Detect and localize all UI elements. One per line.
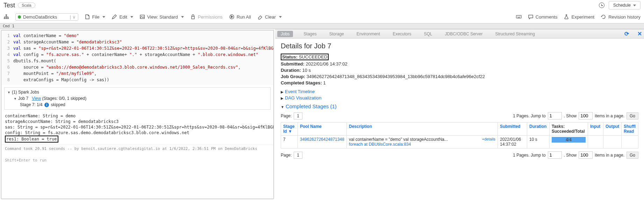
last-run-icon[interactable]	[599, 2, 604, 8]
tab-sql[interactable]: SQL	[422, 30, 434, 38]
show-input-bottom[interactable]	[579, 151, 593, 159]
page-current-bottom[interactable]: 1	[294, 152, 302, 159]
page-current[interactable]: 1	[294, 112, 302, 119]
cell-output: containerName: String = demostorageAccou…	[1, 111, 273, 145]
run-all-button[interactable]: Run All	[229, 14, 251, 20]
th-pool-name[interactable]: Pool Name	[298, 123, 347, 136]
pager-top: Page: 1 1 Pages. Jump to . Show items in…	[281, 112, 638, 119]
th-tasks: Tasks: Succeeded/Total	[550, 123, 588, 136]
cell-desc1: val containerName = "demo" val storageAc…	[349, 137, 448, 142]
table-row: 7 3496262726424871348 val containerName …	[281, 136, 638, 149]
completed-stages-value: 1	[323, 80, 325, 85]
tab-jdbc-odbc-server[interactable]: JDBC/ODBC Server	[443, 30, 485, 38]
cell-submitted: 2022/01/06 14:37:02	[498, 136, 527, 149]
submitted-label: Submitted:	[281, 61, 305, 67]
sparkui-tabs: JobsStagesStorageEnvironmentExecutorsSQL…	[275, 29, 644, 39]
svg-point-2	[6, 18, 7, 19]
status-dot-icon	[18, 15, 21, 19]
duration-value: 10 s	[302, 68, 311, 73]
stage-line: Stage 7: 1/4	[20, 102, 43, 107]
revision-history-button[interactable]: Revision history	[601, 14, 641, 20]
edit-menu[interactable]: Edit	[112, 14, 133, 20]
attached-cluster-name: DemoDataBricks	[23, 14, 57, 20]
go-button-bottom[interactable]: Go	[627, 152, 638, 159]
job-label: Job 7	[18, 96, 28, 101]
stages-info: (Stages: 0/0, 1 skipped)	[42, 96, 86, 101]
skipped-text: skipped	[51, 102, 65, 107]
keyboard-icon[interactable]	[516, 14, 522, 20]
spark-jobs-title: (1) Spark Jobs	[12, 90, 39, 95]
status-label: Status:	[282, 54, 298, 60]
duration-label: Duration:	[281, 68, 301, 73]
jump-input[interactable]	[548, 112, 562, 119]
tab-jobs[interactable]: Jobs	[277, 31, 293, 37]
comments-button[interactable]: Comments	[528, 14, 558, 20]
go-button[interactable]: Go	[627, 112, 638, 119]
cmd-label: Cmd 1	[0, 23, 644, 29]
hierarchy-icon[interactable]	[3, 14, 9, 20]
view-menu[interactable]: View: Standard	[139, 14, 184, 20]
file-menu[interactable]: File	[85, 14, 106, 20]
refresh-icon[interactable]: ⟳	[624, 30, 629, 37]
desc-link[interactable]: foreach at DBUtilsCore.scala:834	[349, 142, 411, 147]
th-description[interactable]: Description	[347, 123, 498, 136]
clear-menu[interactable]: Clear	[257, 14, 282, 20]
th-input[interactable]: Input	[588, 123, 603, 136]
tab-stages[interactable]: Stages	[301, 30, 319, 38]
th-duration[interactable]: Duration	[527, 123, 550, 136]
svg-point-0	[6, 15, 7, 16]
tab-environment[interactable]: Environment	[355, 30, 382, 38]
event-timeline-toggle[interactable]: Event Timeline	[285, 89, 315, 94]
cell-duration: 10 s	[527, 136, 550, 149]
page-title: Test	[3, 2, 15, 9]
attached-cluster-dropdown[interactable]: DemoDataBricks | ∨	[15, 13, 78, 21]
schedule-button[interactable]: Schedule	[609, 1, 641, 9]
jump-input-bottom[interactable]	[548, 151, 562, 159]
spark-jobs-panel[interactable]: (1) Spark Jobs Job 7 View (Stages: 0/0, …	[4, 87, 271, 110]
experiment-button[interactable]: Experiment	[564, 14, 594, 20]
command-footer: Command took 20.91 seconds -- by benoit.…	[1, 145, 273, 152]
cell-stage-id: 7	[281, 136, 298, 149]
submitted-value: 2022/01/06 14:37:02	[306, 61, 348, 67]
th-output[interactable]: Output	[603, 123, 622, 136]
stages-table: Stage Id ▼ Pool Name Description Submitt…	[281, 122, 638, 149]
jobgroup-value: 3496262726424871348_8634353436943953984_…	[307, 74, 485, 79]
svg-rect-5	[192, 16, 194, 19]
info-icon[interactable]: i	[44, 103, 49, 107]
code-editor[interactable]: 1val containerName = "demo"2val storageA…	[1, 30, 273, 85]
tab-executors[interactable]: Executors	[391, 30, 413, 38]
completed-stages-toggle[interactable]: Completed Stages (1)	[286, 103, 337, 109]
permissions-menu: Permissions	[190, 14, 223, 20]
tab-structured-streaming[interactable]: Structured Streaming	[493, 30, 537, 38]
svg-point-3	[8, 18, 9, 19]
notebook-cell[interactable]: 1val containerName = "demo"2val storageA…	[1, 30, 274, 199]
language-tag[interactable]: Scala	[18, 2, 35, 8]
jobgroup-label: Job Group:	[281, 74, 305, 79]
dag-visualization-toggle[interactable]: DAG Visualization	[285, 95, 322, 101]
tab-storage[interactable]: Storage	[327, 30, 346, 38]
pager-bottom: Page: 1 1 Pages. Jump to . Show items in…	[281, 151, 638, 159]
th-shuffle[interactable]: Shuffl Read	[622, 123, 638, 136]
status-value: SUCCEEDED	[299, 54, 328, 60]
th-submitted[interactable]: Submitted	[498, 123, 527, 136]
th-stage-id[interactable]: Stage Id ▼	[281, 123, 298, 136]
svg-point-1	[4, 18, 5, 19]
job-view-link[interactable]: View	[32, 96, 41, 101]
completed-stages-label: Completed Stages:	[281, 80, 322, 85]
run-hint: Shift+Enter to run	[1, 152, 273, 168]
job-details-title: Details for Job 7	[281, 42, 638, 50]
details-link[interactable]: +details	[482, 137, 495, 141]
close-icon[interactable]: ✕	[637, 30, 642, 37]
task-progress: 4/4	[552, 137, 586, 143]
pool-name-link[interactable]: 3496262726424871348	[300, 137, 344, 142]
show-input[interactable]	[579, 112, 593, 119]
